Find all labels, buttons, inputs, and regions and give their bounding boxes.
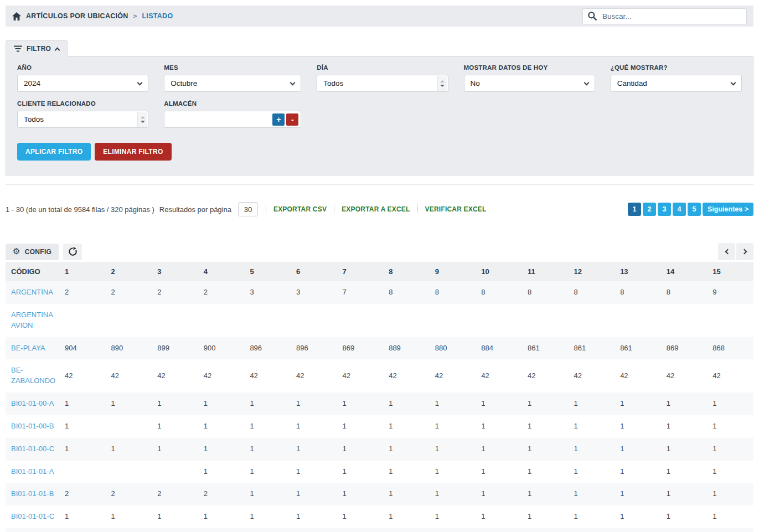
page-button-2[interactable]: 2 [643, 203, 656, 216]
table-cell: 1 [152, 392, 198, 415]
year-select[interactable]: 2024 [17, 75, 148, 92]
page-button-1[interactable]: 1 [628, 203, 641, 216]
table-cell: 868 [707, 337, 753, 360]
filter-panel: AÑO 2024 MES Octubre DÍA Todos [6, 56, 753, 175]
row-code-link[interactable]: BE-PLAYA [6, 337, 59, 360]
filter-actions: APLICAR FILTRO ELIMINAR FILTRO [17, 143, 742, 161]
warehouse-input[interactable] [171, 115, 271, 124]
table-cell [152, 461, 198, 483]
breadcrumb: ARTÍCULOS POR UBICACIÓN > LISTADO [12, 12, 173, 20]
remove-warehouse-button[interactable]: - [286, 113, 298, 126]
table-cell: 1 [291, 392, 337, 415]
what-to-show-select[interactable]: Cantidad [611, 75, 742, 92]
page-button-4[interactable]: 4 [673, 203, 686, 216]
table-cell: 1 [430, 438, 476, 461]
related-client-value: Todos [24, 115, 44, 123]
table-cell [59, 461, 106, 483]
refresh-icon [68, 247, 78, 256]
table-cell: 1 [430, 483, 476, 505]
chevron-down-icon [731, 80, 736, 85]
table-cell [430, 528, 476, 532]
table-cell: 1 [615, 392, 661, 415]
config-button[interactable]: ⚙ CONFIG [6, 244, 59, 260]
what-to-show-label: ¿QUÉ MOSTRAR? [611, 64, 742, 71]
home-icon[interactable] [12, 12, 21, 20]
table-cell: 2 [152, 281, 198, 304]
apply-filter-button[interactable]: APLICAR FILTRO [17, 143, 91, 161]
row-code-link[interactable]: BI01-01-01-A [6, 461, 59, 483]
table-cell [337, 304, 384, 337]
scroll-left-button[interactable] [718, 243, 735, 260]
table-cell: 1 [522, 461, 569, 483]
table-cell: 1 [152, 415, 198, 438]
per-page-input[interactable] [238, 202, 258, 216]
related-client-input[interactable]: Todos [17, 111, 148, 128]
day-column-header-10: 10 [476, 262, 522, 281]
table-cell: 1 [476, 392, 522, 415]
page-button-3[interactable]: 3 [658, 203, 671, 216]
row-code-link[interactable]: BI01-01-01-B [6, 483, 59, 505]
row-code-link[interactable]: BI01-01-00-C [6, 438, 59, 461]
export-csv-link[interactable]: EXPORTAR CSV [266, 204, 334, 214]
table-row: BI01-01-01-B222211111111111 [6, 483, 753, 505]
verify-excel-link[interactable]: VERIFICAR EXCEL [417, 204, 494, 214]
refresh-button[interactable] [63, 244, 82, 260]
field-warehouse: ALMACÉN + - [164, 100, 301, 128]
table-cell: 42 [569, 359, 615, 392]
show-today-select[interactable]: No [464, 75, 595, 92]
export-excel-link[interactable]: EXPORTAR A EXCEL [334, 204, 417, 214]
scroll-right-button[interactable] [736, 243, 753, 260]
table-cell: 1 [476, 483, 522, 505]
table-cell: 42 [383, 359, 430, 392]
table-cell: 1 [430, 415, 476, 438]
add-warehouse-button[interactable]: + [272, 113, 285, 126]
row-code-link[interactable]: ARGENTINA AVION [6, 304, 59, 337]
table-cell: 900 [198, 337, 245, 360]
day-column-header-2: 2 [106, 262, 152, 281]
table-cell: 1 [707, 392, 753, 415]
breadcrumb-section[interactable]: ARTÍCULOS POR UBICACIÓN [26, 12, 128, 20]
table-cell: 42 [337, 359, 384, 392]
table-cell: 884 [476, 337, 522, 360]
day-column-header-4: 4 [198, 262, 245, 281]
row-code-link[interactable]: BI01-01-00-A [6, 392, 59, 415]
next-pages-button[interactable]: Siguientes > [703, 203, 753, 216]
table-cell: 1 [522, 505, 569, 528]
table-cell: 1 [569, 392, 615, 415]
table-cell: 1 [198, 392, 245, 415]
spinner-buttons[interactable] [437, 76, 447, 91]
filter-toggle[interactable]: FILTRO [6, 40, 68, 56]
row-code-link[interactable]: BE-ZABALONDO [6, 359, 59, 392]
table-cell: 904 [59, 337, 106, 360]
page-button-5[interactable]: 5 [688, 203, 701, 216]
table-cell: 1 [476, 438, 522, 461]
day-input[interactable]: Todos [317, 75, 448, 92]
row-code-link[interactable]: ARGENTINA [6, 281, 59, 304]
table-cell [244, 304, 291, 337]
breadcrumb-current[interactable]: LISTADO [142, 12, 173, 20]
table-cell: 2 [198, 483, 245, 505]
row-code-link[interactable]: BI01-01-01-C [6, 505, 59, 528]
month-select[interactable]: Octubre [164, 75, 301, 92]
filter-icon [14, 45, 22, 52]
row-code-link[interactable]: BI01-01-00-B [6, 415, 59, 438]
table-cell: 1 [383, 461, 430, 483]
day-value: Todos [323, 79, 343, 87]
table-cell: 3 [244, 281, 291, 304]
table-cell: 1 [522, 392, 569, 415]
table-cell: 1 [152, 505, 198, 528]
table-cell: 1 [291, 483, 337, 505]
spinner-buttons[interactable] [137, 112, 147, 127]
search-input[interactable] [601, 12, 741, 21]
table-cell: 1 [59, 505, 106, 528]
day-column-header-5: 5 [244, 262, 291, 281]
table-cell: 42 [661, 359, 708, 392]
table-cell: 1 [291, 505, 337, 528]
row-code-link[interactable]: BI01-01-02-A [6, 528, 59, 532]
table-cell: 1 [569, 505, 615, 528]
clear-filter-button[interactable]: ELIMINAR FILTRO [95, 143, 171, 161]
table-cell: 1 [661, 461, 708, 483]
table-cell: 890 [106, 337, 152, 360]
table-cell: 1 [106, 392, 152, 415]
table-cell: 1 [59, 392, 106, 415]
